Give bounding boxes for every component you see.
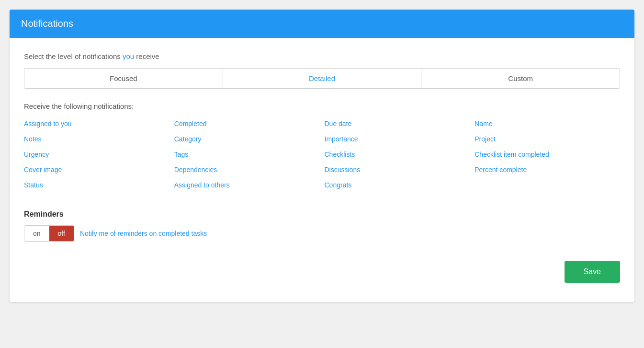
page-container: Notifications Select the level of notifi… <box>10 10 634 302</box>
footer-row: Save <box>24 256 620 283</box>
level-label: Select the level of notifications you re… <box>24 52 620 60</box>
toggle-off-button[interactable]: off <box>49 226 74 241</box>
notification-item: Importance <box>325 133 470 145</box>
reminders-section: Reminders on off Notify me of reminders … <box>24 210 620 242</box>
notification-item: Due date <box>325 118 470 129</box>
notification-item: Tags <box>174 149 320 160</box>
notification-item: Congrats <box>325 179 470 191</box>
toggle-on-button[interactable]: on <box>24 226 49 241</box>
notification-item: Category <box>174 133 320 145</box>
reminder-description: Notify me of reminders on completed task… <box>80 230 207 237</box>
save-button[interactable]: Save <box>565 261 620 283</box>
notification-item: Dependencies <box>174 164 320 175</box>
content-area: Select the level of notifications you re… <box>10 38 634 302</box>
notification-tabs: Focused Detailed Custom <box>24 68 620 89</box>
notification-item: Urgency <box>24 149 169 160</box>
notification-item: Name <box>475 118 620 129</box>
tab-custom[interactable]: Custom <box>421 69 620 88</box>
notifications-grid: Assigned to youCompletedDue dateNameNote… <box>24 118 620 191</box>
reminders-title: Reminders <box>24 210 620 219</box>
page-header: Notifications <box>10 10 634 38</box>
notifications-label: Receive the following notifications: <box>24 102 620 110</box>
tab-focused[interactable]: Focused <box>24 69 223 88</box>
tab-detailed[interactable]: Detailed <box>223 69 422 88</box>
notification-item: Status <box>24 179 169 191</box>
notification-item: Notes <box>24 133 169 145</box>
notification-item: Completed <box>174 118 320 129</box>
notification-item: Assigned to you <box>24 118 169 129</box>
notification-item: Assigned to others <box>174 179 320 191</box>
notification-item: Checklists <box>325 149 470 160</box>
notification-item: Discussions <box>325 164 470 175</box>
notification-item: Project <box>475 133 620 145</box>
notification-item: Percent complete <box>475 164 620 175</box>
toggle-group: on off <box>24 225 74 242</box>
toggle-row: on off Notify me of reminders on complet… <box>24 225 620 242</box>
page-title: Notifications <box>21 18 623 29</box>
notification-item: Checklist item completed <box>475 149 620 160</box>
level-label-you: you <box>123 52 134 60</box>
notification-item <box>475 179 620 191</box>
notification-item: Cover image <box>24 164 169 175</box>
